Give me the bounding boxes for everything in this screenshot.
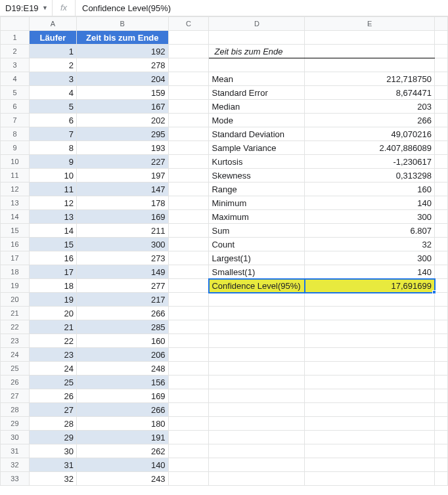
cell-laufer[interactable]: 10 <box>29 169 76 183</box>
cell[interactable] <box>305 362 435 376</box>
row-header[interactable]: 27 <box>1 389 30 403</box>
stat-label[interactable]: Kurtosis <box>209 155 305 169</box>
row-header[interactable]: 7 <box>1 114 30 127</box>
stat-value[interactable]: 17,691699 <box>305 279 435 293</box>
cell-empty[interactable] <box>168 279 209 293</box>
cell-zeit[interactable]: 300 <box>76 238 168 251</box>
cell-zeit[interactable]: 202 <box>76 114 168 127</box>
row-header[interactable]: 6 <box>1 100 30 114</box>
cell[interactable] <box>305 417 435 431</box>
cell[interactable] <box>209 472 305 486</box>
cell-zeit[interactable]: 169 <box>76 389 168 403</box>
cell-empty[interactable] <box>168 210 209 224</box>
stat-value[interactable]: 140 <box>305 265 435 279</box>
stat-label[interactable]: Confidence Level(95%) <box>209 279 305 293</box>
cell-zeit[interactable]: 180 <box>76 417 168 431</box>
cell-zeit[interactable]: 262 <box>76 444 168 458</box>
cell-empty[interactable] <box>168 196 209 210</box>
cell-laufer[interactable]: 31 <box>29 458 76 472</box>
cell[interactable] <box>209 376 305 389</box>
cell-laufer[interactable]: 23 <box>29 348 76 362</box>
cell[interactable] <box>305 403 435 417</box>
cell-zeit[interactable]: 197 <box>76 169 168 183</box>
row-header[interactable]: 12 <box>1 183 30 196</box>
cell[interactable] <box>305 348 435 362</box>
row-header[interactable]: 23 <box>1 334 30 348</box>
cell-zeit[interactable]: 149 <box>76 265 168 279</box>
cell-empty[interactable] <box>168 348 209 362</box>
cell-zeit[interactable]: 160 <box>76 334 168 348</box>
column-header-A[interactable]: A <box>29 17 76 31</box>
cell-zeit[interactable]: 266 <box>76 307 168 320</box>
row-header[interactable]: 3 <box>1 58 30 72</box>
row-header[interactable]: 14 <box>1 210 30 224</box>
stat-value[interactable]: 203 <box>305 100 435 114</box>
header-zeit[interactable]: Zeit bis zum Ende <box>76 31 168 45</box>
cell[interactable] <box>305 31 435 45</box>
cell-empty[interactable] <box>168 458 209 472</box>
cell-zeit[interactable]: 248 <box>76 362 168 376</box>
stat-label[interactable]: Standard Deviation <box>209 127 305 141</box>
cell-zeit[interactable]: 191 <box>76 431 168 444</box>
cell[interactable] <box>209 293 305 307</box>
row-header[interactable]: 18 <box>1 265 30 279</box>
cell[interactable] <box>305 58 435 72</box>
row-header[interactable]: 22 <box>1 320 30 334</box>
row-header[interactable]: 2 <box>1 45 30 58</box>
cell-empty[interactable] <box>168 238 209 251</box>
cell-empty[interactable] <box>168 169 209 183</box>
stat-value[interactable]: 140 <box>305 196 435 210</box>
cell-empty[interactable] <box>168 72 209 86</box>
header-laufer[interactable]: Läufer <box>29 31 76 45</box>
cell-zeit[interactable]: 211 <box>76 224 168 238</box>
stat-label[interactable]: Skewness <box>209 169 305 183</box>
cell-laufer[interactable]: 29 <box>29 431 76 444</box>
cell-empty[interactable] <box>168 155 209 169</box>
row-header[interactable]: 24 <box>1 348 30 362</box>
cell-empty[interactable] <box>168 141 209 155</box>
cell-empty[interactable] <box>168 224 209 238</box>
stat-label[interactable]: Mean <box>209 72 305 86</box>
cell-zeit[interactable]: 295 <box>76 127 168 141</box>
cell-empty[interactable] <box>168 472 209 486</box>
column-header-D[interactable]: D <box>209 17 305 31</box>
stat-value[interactable]: 32 <box>305 238 435 251</box>
row-header[interactable]: 4 <box>1 72 30 86</box>
row-header[interactable]: 13 <box>1 196 30 210</box>
row-header[interactable]: 32 <box>1 458 30 472</box>
cell-laufer[interactable]: 11 <box>29 183 76 196</box>
cell-empty[interactable] <box>168 58 209 72</box>
cell-laufer[interactable]: 16 <box>29 251 76 265</box>
stat-value[interactable]: 2.407,886089 <box>305 141 435 155</box>
cell-zeit[interactable]: 147 <box>76 183 168 196</box>
stat-value[interactable]: 49,070216 <box>305 127 435 141</box>
stats-title[interactable]: Zeit bis zum Ende <box>209 45 305 58</box>
cell[interactable] <box>305 376 435 389</box>
name-box-dropdown-icon[interactable]: ▼ <box>42 5 48 11</box>
cell-empty[interactable] <box>168 431 209 444</box>
cell[interactable] <box>305 472 435 486</box>
cell-empty[interactable] <box>168 403 209 417</box>
stat-value[interactable]: 266 <box>305 114 435 127</box>
stat-value[interactable]: 300 <box>305 251 435 265</box>
cell-zeit[interactable]: 156 <box>76 376 168 389</box>
name-box[interactable]: D19:E19 ▼ <box>0 0 53 16</box>
cell-laufer[interactable]: 13 <box>29 210 76 224</box>
cell-laufer[interactable]: 15 <box>29 238 76 251</box>
cell-laufer[interactable]: 30 <box>29 444 76 458</box>
cell-empty[interactable] <box>168 183 209 196</box>
cell-zeit[interactable]: 167 <box>76 100 168 114</box>
cell[interactable] <box>209 362 305 376</box>
stat-label[interactable]: Mode <box>209 114 305 127</box>
column-header-B[interactable]: B <box>76 17 168 31</box>
cell-laufer[interactable]: 14 <box>29 224 76 238</box>
cell-laufer[interactable]: 27 <box>29 403 76 417</box>
stat-value[interactable]: 8,674471 <box>305 86 435 100</box>
cell-empty[interactable] <box>168 127 209 141</box>
cell[interactable] <box>305 431 435 444</box>
cell-laufer[interactable]: 6 <box>29 114 76 127</box>
cell[interactable] <box>209 417 305 431</box>
cell-empty[interactable] <box>168 45 209 58</box>
cell-laufer[interactable]: 9 <box>29 155 76 169</box>
cell[interactable] <box>209 58 305 72</box>
